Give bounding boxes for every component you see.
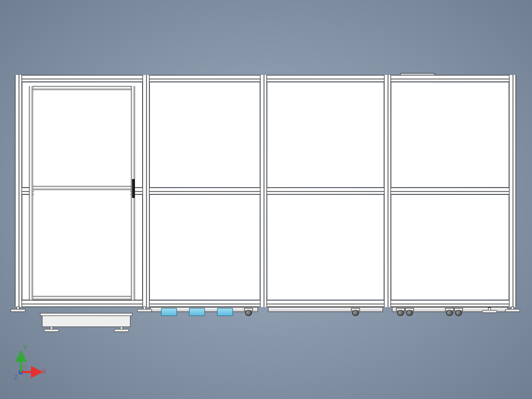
- axis-y-label: Y: [23, 344, 27, 351]
- caster-d2b: [453, 308, 464, 316]
- foot-d-end: [484, 308, 495, 313]
- platform-foot-left: [46, 327, 57, 332]
- post-2: [142, 75, 150, 307]
- post-right: [509, 75, 516, 307]
- axis-x-label: X: [42, 368, 46, 375]
- post-4: [384, 75, 391, 307]
- panel-D-lower: [392, 195, 508, 300]
- lower-platform-cap: [40, 313, 132, 316]
- view-triad[interactable]: X Y Z: [14, 343, 54, 383]
- platform-foot-right: [116, 327, 127, 332]
- blue-foot-3: [217, 308, 233, 316]
- door-handle[interactable]: [132, 179, 134, 198]
- axis-z-label: Z: [14, 374, 18, 381]
- panel-C-upper: [268, 82, 384, 187]
- blue-foot-1: [161, 308, 177, 316]
- panel-B-upper: [150, 82, 260, 187]
- foot-1: [12, 307, 24, 312]
- panel-B-lower: [150, 195, 260, 300]
- base-track-C: [268, 307, 383, 312]
- post-3: [260, 75, 267, 307]
- door-panel-lower: [34, 190, 130, 296]
- panel-D-upper: [392, 82, 508, 187]
- caster-c2: [350, 308, 361, 316]
- blue-foot-2: [189, 308, 205, 316]
- caster-d1b: [404, 308, 415, 316]
- caster-c1: [243, 308, 254, 316]
- door-panel-upper: [34, 90, 130, 186]
- door-frame[interactable]: [29, 86, 135, 300]
- cad-viewport[interactable]: X Y Z: [0, 0, 532, 399]
- foot-2: [139, 307, 150, 312]
- lower-platform: [42, 315, 130, 327]
- post-left: [15, 75, 22, 307]
- panel-C-lower: [268, 195, 384, 300]
- foot-5: [507, 307, 518, 312]
